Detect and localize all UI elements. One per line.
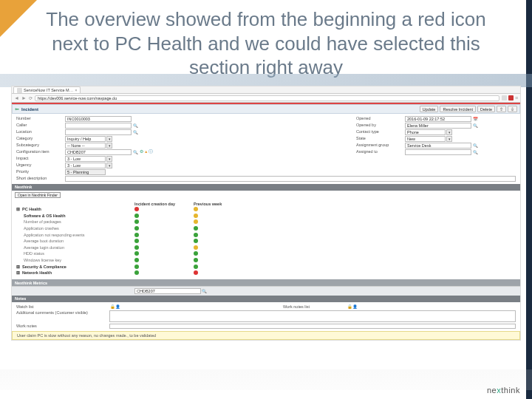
row-security[interactable]: Security & Compliance [22, 265, 66, 269]
status-dot-green [194, 239, 198, 243]
nexthink-metric-bar: Nexthink Metrics [12, 279, 520, 286]
subcategory-field[interactable]: -- None -- [65, 143, 106, 149]
lookup-icon[interactable]: 🔍 [473, 143, 478, 148]
metric-ci-field[interactable]: CHDB207 [134, 288, 201, 294]
row-pkg: Number of packages [16, 219, 134, 225]
number-label: Number [16, 116, 61, 122]
impact-field[interactable]: 3 - Low [65, 156, 106, 162]
expand-icon[interactable]: ⊞ [16, 270, 21, 275]
noscript-icon[interactable] [508, 95, 514, 100]
worknotes-field[interactable] [109, 324, 516, 330]
corner-accent [0, 0, 37, 37]
category-label: Category [16, 136, 61, 142]
reload-icon[interactable]: ⟳ [29, 95, 33, 100]
form-next-icon[interactable]: ⇩ [508, 106, 517, 112]
unlock-icon[interactable]: 🔓 [110, 304, 115, 309]
status-dot-red [194, 270, 198, 275]
status-dot-green [134, 265, 139, 269]
row-pc-health[interactable]: PC Health [22, 207, 41, 211]
ci-field[interactable]: CHDB207 [65, 149, 132, 155]
back-icon[interactable]: ◄ [14, 95, 19, 100]
browser-window: ServiceNow IT Service M… × ◄ ► ⟳ https:/… [11, 86, 521, 341]
row-hdd: HDD status [16, 251, 134, 256]
ci-tree-icon[interactable]: ▲ [144, 149, 148, 154]
status-dot-red [134, 207, 139, 211]
comments-field[interactable] [109, 310, 516, 322]
ci-show-icon[interactable]: ⚙ [140, 149, 143, 154]
browser-tab[interactable]: ServiceNow IT Service M… × [13, 86, 81, 93]
lookup-icon[interactable]: 🔍 [133, 150, 138, 154]
lookup-icon[interactable]: 🔍 [202, 289, 207, 293]
col-incident-day: Incident creation day [134, 202, 194, 206]
add-me-icon[interactable]: 👤 [115, 304, 120, 309]
add-me-icon[interactable]: 👤 [352, 304, 358, 309]
status-dot-yellow [194, 245, 198, 250]
logo-part3: think [501, 386, 520, 395]
dropdown-icon[interactable]: ▾ [446, 129, 452, 135]
unlock-icon[interactable]: 🔓 [347, 304, 352, 309]
form-title: Incident [21, 107, 38, 112]
tab-favicon-icon [17, 88, 22, 93]
lookup-icon[interactable]: 🔍 [133, 130, 138, 134]
status-dot-green [194, 251, 198, 256]
status-dot-green [194, 233, 198, 237]
status-dot-green [194, 226, 198, 231]
expand-icon[interactable]: ⊞ [16, 265, 21, 269]
worknotes-list-label: Work notes list [283, 304, 342, 309]
caller-field[interactable] [65, 123, 132, 129]
slide-title: The overview showed from the beginning a… [0, 0, 532, 80]
dropdown-icon[interactable]: ▾ [106, 136, 112, 142]
urgency-field[interactable]: 3 - Low [65, 163, 106, 168]
row-network[interactable]: Network Health [22, 270, 52, 275]
forward-icon[interactable]: ► [21, 95, 27, 100]
open-finder-button[interactable]: Open in Nexthink Finder [15, 192, 61, 198]
close-icon[interactable]: × [75, 88, 77, 92]
state-label: State [356, 136, 400, 142]
category-field[interactable]: Inquiry / Help [65, 136, 106, 142]
dropdown-icon[interactable]: ▾ [106, 163, 112, 168]
addon-icon[interactable] [502, 95, 507, 100]
url-input[interactable]: https://dev006.service-now.com/navpage.d… [35, 95, 499, 101]
ci-info-icon[interactable]: ⓘ [149, 149, 153, 154]
short-label: Short description [16, 176, 61, 182]
assigned-label: Assigned to [356, 149, 400, 155]
lookup-icon[interactable]: 🔍 [133, 123, 138, 128]
number-field[interactable]: INC0010003 [65, 116, 132, 122]
priority-label: Priority [16, 169, 61, 175]
form-back-icon[interactable]: ⬅ [15, 106, 19, 112]
expand-icon[interactable]: ⊞ [16, 207, 21, 211]
state-field[interactable]: New [405, 136, 446, 142]
short-field[interactable] [65, 176, 516, 182]
status-dot-green [134, 270, 139, 275]
row-login: Average login duration [16, 245, 134, 250]
form-header: ⬅ Incident Update Resolve Incident Delet… [12, 104, 520, 114]
assigned-field[interactable] [405, 149, 471, 155]
lookup-icon[interactable]: 🔍 [473, 150, 478, 154]
lookup-icon[interactable]: 🔍 [473, 123, 478, 128]
opened-label: Opened [356, 116, 400, 122]
group-field[interactable]: Service Desk [405, 143, 471, 149]
status-dot-yellow [194, 219, 198, 224]
menu-icon[interactable]: ≡ [515, 95, 518, 100]
row-crash: Application crashes [16, 226, 134, 231]
status-dot-green [194, 265, 198, 269]
status-dot-green [134, 239, 139, 243]
status-dot-green [134, 258, 139, 262]
update-button[interactable]: Update [420, 106, 439, 112]
dropdown-icon[interactable]: ▾ [446, 136, 452, 142]
calendar-icon[interactable]: 📅 [473, 117, 478, 121]
row-soft-os[interactable]: Software & OS Health [24, 214, 66, 218]
form-prev-icon[interactable]: ⇧ [497, 106, 506, 112]
openedby-field[interactable]: Elena Miller [405, 123, 471, 129]
notes-section[interactable]: Notes [12, 296, 520, 302]
status-dot-green [134, 214, 139, 218]
nexthink-section[interactable]: Nexthink [12, 184, 520, 191]
opened-field[interactable]: 2016-01-09 22:17:52 [405, 116, 471, 122]
comments-label: Additional comments (Customer visible) [16, 310, 105, 322]
contact-field[interactable]: Phone [405, 129, 446, 135]
location-field[interactable] [65, 129, 132, 135]
resolve-button[interactable]: Resolve Incident [440, 106, 476, 112]
delete-button[interactable]: Delete [477, 106, 495, 112]
dropdown-icon[interactable]: ▾ [106, 156, 112, 162]
dropdown-icon[interactable]: ▾ [106, 143, 112, 149]
